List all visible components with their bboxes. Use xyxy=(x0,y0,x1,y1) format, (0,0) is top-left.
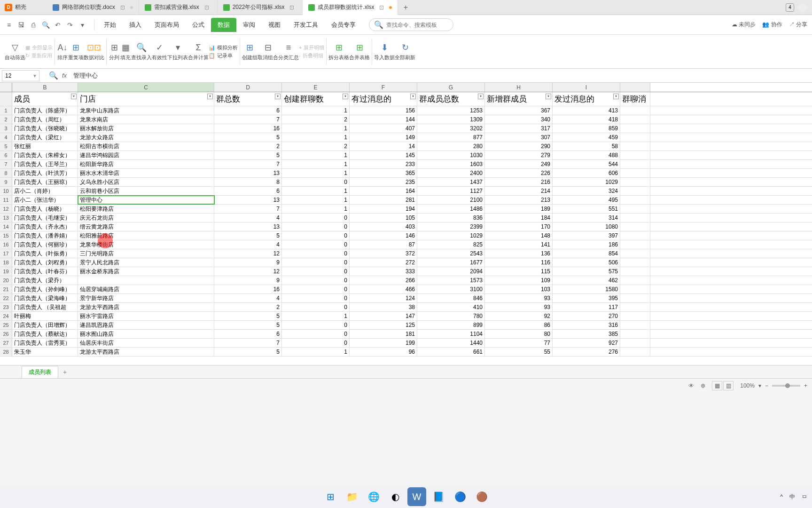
cell-extra[interactable] xyxy=(620,321,650,329)
cell-sent[interactable]: 506 xyxy=(553,258,620,267)
preview-icon[interactable]: 🔍 xyxy=(40,20,51,30)
cell-members[interactable]: 836 xyxy=(417,214,485,222)
cell-store[interactable]: 松阳古市横街店 xyxy=(78,142,214,151)
cell-members[interactable]: 846 xyxy=(417,294,485,302)
cell-total[interactable]: 5 xyxy=(214,348,282,356)
cell-extra[interactable] xyxy=(620,303,650,311)
subtotal-button[interactable]: ≡分类汇总 xyxy=(278,42,299,61)
ungroup-button[interactable]: ⊟取消组合 xyxy=(258,42,278,61)
cell-extra[interactable] xyxy=(620,178,650,186)
cell-created[interactable]: 0 xyxy=(282,222,350,231)
cell-sent[interactable]: 606 xyxy=(553,169,620,177)
cell-members[interactable]: 2100 xyxy=(417,196,485,204)
split-col-button[interactable]: ⊞分列 xyxy=(109,42,120,61)
filter-icon[interactable]: ▾ xyxy=(613,94,619,99)
cell-new[interactable]: 116 xyxy=(485,258,553,267)
cell-total[interactable]: 7 xyxy=(214,115,282,124)
col-header-c[interactable]: C xyxy=(78,83,214,92)
cell-members[interactable]: 877 xyxy=(417,133,485,142)
fx-icon[interactable]: fx xyxy=(62,72,67,79)
cell-created[interactable]: 0 xyxy=(282,276,350,285)
split-table-button[interactable]: ⊞拆分表格 xyxy=(328,42,349,61)
cell-members[interactable]: 1104 xyxy=(417,330,485,338)
cell-created[interactable]: 0 xyxy=(282,178,350,186)
home-tab[interactable]: D 稻壳 xyxy=(0,0,47,15)
cell-new[interactable]: 290 xyxy=(485,142,553,151)
cell-store[interactable]: 仙居庆丰街店 xyxy=(78,339,214,347)
cell-new[interactable]: 141 xyxy=(485,240,553,249)
col-header-e[interactable]: E xyxy=(282,83,350,92)
cell-total[interactable]: 7 xyxy=(214,205,282,213)
tab-close-icon[interactable]: ⊡ xyxy=(377,4,386,11)
cell-new[interactable]: 93 xyxy=(485,303,553,311)
cell-member[interactable]: 叶丽梅 xyxy=(12,312,78,320)
cell-extra[interactable] xyxy=(620,214,650,222)
cell-members[interactable]: 2543 xyxy=(417,249,485,258)
cell-created[interactable]: 0 xyxy=(282,339,350,347)
cell-created[interactable]: 1 xyxy=(282,169,350,177)
menu-member[interactable]: 会员专享 xyxy=(325,15,362,35)
new-tab-button[interactable]: + xyxy=(398,3,413,12)
cell-member[interactable]: 门店负责人（梁乔） xyxy=(12,276,78,285)
cell-total[interactable]: 7 xyxy=(214,339,282,347)
row-header[interactable]: 9 xyxy=(0,178,12,186)
cell-new[interactable]: 86 xyxy=(485,321,553,329)
cell-new[interactable]: 109 xyxy=(485,276,553,285)
cell-sent[interactable]: 58 xyxy=(553,142,620,151)
cell-created[interactable]: 1 xyxy=(282,124,350,133)
cell-total[interactable]: 12 xyxy=(214,249,282,258)
cell-store[interactable]: 云和前巷小区店 xyxy=(78,187,214,195)
cell-total[interactable]: 5 xyxy=(214,231,282,240)
cell-store[interactable]: 景宁人民北路店 xyxy=(78,258,214,267)
cell-member[interactable]: 门店负责人（何丽珍） xyxy=(12,240,78,249)
cell-msg[interactable]: 266 xyxy=(350,276,417,285)
cell-member[interactable]: 店小二（肖婷） xyxy=(12,187,78,195)
start-icon[interactable]: ⊞ xyxy=(321,487,340,506)
cell-sent[interactable]: 1080 xyxy=(553,222,620,231)
cell-sent[interactable]: 276 xyxy=(553,348,620,356)
cell-total[interactable]: 6 xyxy=(214,187,282,195)
cell-created[interactable]: 1 xyxy=(282,133,350,142)
cell-msg[interactable]: 96 xyxy=(350,348,417,356)
cell-member[interactable]: 门店负责人（周红） xyxy=(12,115,78,124)
row-header[interactable]: 19 xyxy=(0,267,12,276)
cell-sent[interactable]: 314 xyxy=(553,214,620,222)
print-icon[interactable]: ⎙ xyxy=(28,20,39,30)
cell-new[interactable]: 77 xyxy=(485,339,553,347)
cell-new[interactable]: 80 xyxy=(485,330,553,338)
cell-new[interactable]: 279 xyxy=(485,151,553,159)
cell-msg[interactable]: 146 xyxy=(350,231,417,240)
tab-close-icon[interactable]: ⊡ xyxy=(118,4,127,11)
cell-sent[interactable]: 551 xyxy=(553,205,620,213)
cell-member[interactable]: 门店负责人（叶春芬） xyxy=(12,267,78,276)
cell-total[interactable]: 16 xyxy=(214,285,282,294)
ime-label[interactable]: 中 xyxy=(789,493,795,501)
cell-member[interactable]: 门店负责人（陈盛萍） xyxy=(12,106,78,115)
cell-msg[interactable]: 407 xyxy=(350,124,417,133)
cell-members[interactable]: 2400 xyxy=(417,169,485,177)
cell-store[interactable]: 龙泉中山东路店 xyxy=(78,106,214,115)
cell-created[interactable]: 0 xyxy=(282,321,350,329)
cell-extra[interactable] xyxy=(620,115,650,124)
cell-member[interactable]: 门店负责人（王丽琼） xyxy=(12,178,78,186)
cell-sent[interactable]: 117 xyxy=(553,303,620,311)
cell-extra[interactable] xyxy=(620,142,650,151)
cell-sent[interactable]: 413 xyxy=(553,106,620,115)
cell-total[interactable]: 2 xyxy=(214,303,282,311)
cell-extra[interactable] xyxy=(620,124,650,133)
group-button[interactable]: ⊞创建组 xyxy=(242,42,258,61)
zoom-icon[interactable]: 🔍 xyxy=(49,71,58,80)
cell-extra[interactable] xyxy=(620,187,650,195)
cell-member[interactable]: 门店负责人（田增辉） xyxy=(12,321,78,329)
validity-button[interactable]: ✓有效性 xyxy=(152,42,167,61)
menu-dev[interactable]: 开发工具 xyxy=(287,15,325,35)
cell-created[interactable]: 0 xyxy=(282,231,350,240)
cell-members[interactable]: 280 xyxy=(417,142,485,151)
dedup-button[interactable]: ⊞重复项 xyxy=(68,42,84,61)
tray-up-icon[interactable]: ^ xyxy=(780,493,783,500)
cell-new[interactable]: 136 xyxy=(485,249,553,258)
filter-icon[interactable]: ▾ xyxy=(207,94,213,99)
col-header-h[interactable]: H xyxy=(485,83,553,92)
cell-member[interactable]: 门店负责人（梁红） xyxy=(12,133,78,142)
cell-new[interactable]: 103 xyxy=(485,285,553,294)
